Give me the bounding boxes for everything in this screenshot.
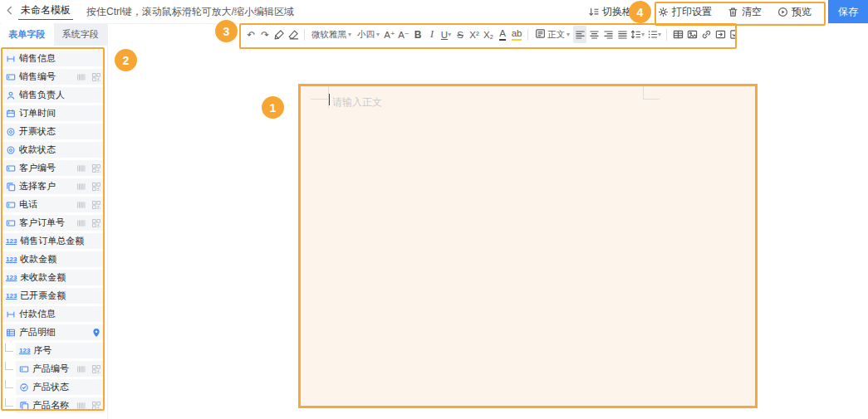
bold-button[interactable]: B [411, 26, 424, 43]
field-item[interactable]: 产品明细 [2, 324, 105, 340]
field-item[interactable]: 123收款金额 [2, 251, 105, 267]
chevron-down-icon: ▾ [658, 32, 661, 38]
pin-icon[interactable] [91, 328, 101, 338]
field-item[interactable]: 开票状态 [2, 124, 105, 139]
strikethrough-button[interactable]: S [454, 26, 467, 43]
align-justify-button[interactable] [615, 26, 629, 43]
subscript-button[interactable]: X₂ [482, 26, 495, 43]
field-label: 客户订单号 [19, 217, 71, 229]
field-label: 产品明细 [19, 326, 86, 339]
status-icon [6, 145, 16, 155]
insert-link-button[interactable] [699, 26, 713, 43]
barcode-icon[interactable] [76, 163, 86, 173]
number-icon: 123 [6, 275, 17, 281]
table-icon [6, 328, 16, 338]
field-row: 付款信息 [2, 306, 105, 322]
field-item[interactable]: 收款状态 [2, 142, 105, 158]
align-right-button[interactable] [601, 26, 615, 43]
field-item[interactable]: 产品编号 [16, 361, 105, 377]
print-settings-button[interactable]: 打印设置 [658, 5, 712, 19]
template-title[interactable]: 未命名模板 [18, 3, 73, 20]
field-item[interactable]: 客户编号 [2, 160, 105, 176]
tab-system-fields[interactable]: 系统字段 [54, 23, 108, 46]
input-icon [19, 364, 29, 374]
field-item[interactable]: 付款信息 [2, 306, 105, 322]
qrcode-icon[interactable] [91, 182, 101, 192]
font-size-down-button[interactable]: A⁻ [397, 26, 410, 43]
align-left-button[interactable] [573, 26, 586, 43]
annotation-circle-1: 1 [262, 96, 284, 119]
person-icon [6, 90, 16, 100]
qrcode-icon[interactable] [91, 218, 101, 228]
insert-table-button[interactable] [671, 26, 684, 43]
trash-icon [728, 7, 738, 17]
qrcode-icon[interactable] [91, 163, 101, 173]
barcode-icon[interactable] [76, 364, 86, 374]
ordered-list-button[interactable]: ▾ [646, 26, 662, 43]
qrcode-icon[interactable] [91, 364, 101, 374]
zoom-hint-text: 按住Ctrl键，滚动鼠标滑轮可放大/缩小编辑区域 [86, 5, 294, 19]
font-size-dropdown[interactable]: 小四▾ [355, 26, 382, 43]
qrcode-icon[interactable] [91, 72, 101, 82]
number-icon: 123 [6, 238, 17, 245]
clear-button[interactable]: 清空 [728, 5, 762, 19]
highlight-color-button[interactable]: ab [510, 26, 523, 43]
field-item[interactable]: 123序号 [16, 343, 105, 358]
field-item[interactable]: 选择客户 [2, 178, 105, 194]
toolbar-divider [666, 29, 667, 41]
align-center-button[interactable] [587, 26, 601, 43]
field-row: 123序号 [2, 343, 105, 358]
field-item[interactable]: 123销售订单总金额 [2, 233, 105, 249]
italic-button[interactable]: I [425, 26, 439, 43]
redo-button[interactable]: ↷ [258, 26, 272, 43]
gear-icon [658, 7, 669, 17]
tab-form-fields[interactable]: 表单字段 [0, 23, 54, 46]
switch-format-button[interactable]: 切换格式 [588, 5, 642, 19]
field-row: 开票状态 [2, 124, 105, 139]
insert-checkbox-button[interactable] [728, 26, 737, 43]
field-item[interactable]: 订单时间 [2, 105, 105, 121]
qrcode-icon[interactable] [91, 401, 101, 411]
barcode-icon[interactable] [76, 182, 86, 192]
back-button[interactable] [0, 0, 18, 23]
barcode-icon[interactable] [76, 401, 86, 411]
field-label: 收款金额 [20, 253, 101, 266]
preview-button[interactable]: 预览 [777, 5, 812, 19]
input-icon [6, 218, 16, 228]
clear-format-button[interactable] [287, 26, 300, 43]
insert-field-button[interactable] [714, 26, 727, 43]
field-row: 选择客户 [2, 178, 105, 194]
editor-toolbar: ↶↷微软雅黑▾小四▾A⁺A⁻BIU▾SX²X₂Aab正文▾▾▾Σx▾ [242, 24, 737, 45]
editor-canvas[interactable]: 请输入正文 [298, 84, 758, 408]
font-family-dropdown[interactable]: 微软雅黑▾ [309, 26, 354, 43]
section-icon [6, 309, 16, 319]
field-item[interactable]: 产品名称 [16, 397, 105, 413]
field-item[interactable]: 销售信息 [2, 51, 105, 66]
save-button[interactable]: 保存 [828, 0, 868, 23]
barcode-icon[interactable] [76, 72, 86, 82]
field-item[interactable]: 123未收款金额 [2, 270, 105, 285]
field-label: 销售信息 [19, 52, 101, 65]
field-item[interactable]: 客户订单号 [2, 215, 105, 231]
field-label: 销售负责人 [19, 89, 101, 101]
field-item[interactable]: 销售编号 [2, 69, 105, 85]
format-painter-button[interactable] [272, 26, 286, 43]
font-size-up-button[interactable]: A⁺ [383, 26, 396, 43]
field-item[interactable]: 123已开票金额 [2, 288, 105, 304]
field-item[interactable]: 销售负责人 [2, 87, 105, 103]
line-height-button[interactable]: ▾ [630, 26, 645, 43]
field-item[interactable]: 电话 [2, 197, 105, 212]
insert-image-icon [687, 29, 698, 40]
undo-button[interactable]: ↶ [244, 26, 257, 43]
underline-button[interactable]: U▾ [439, 26, 453, 43]
tree-connector-icon [5, 380, 13, 388]
font-color-button[interactable]: A [496, 26, 509, 43]
superscript-button[interactable]: X² [468, 26, 481, 43]
barcode-icon[interactable] [76, 218, 86, 228]
line-height-icon [630, 29, 641, 40]
field-item[interactable]: 产品状态 [16, 379, 105, 395]
insert-image-button[interactable] [685, 26, 699, 43]
qrcode-icon[interactable] [91, 200, 101, 210]
barcode-icon[interactable] [76, 200, 86, 210]
paragraph-style-dropdown[interactable]: 正文▾ [532, 26, 572, 43]
